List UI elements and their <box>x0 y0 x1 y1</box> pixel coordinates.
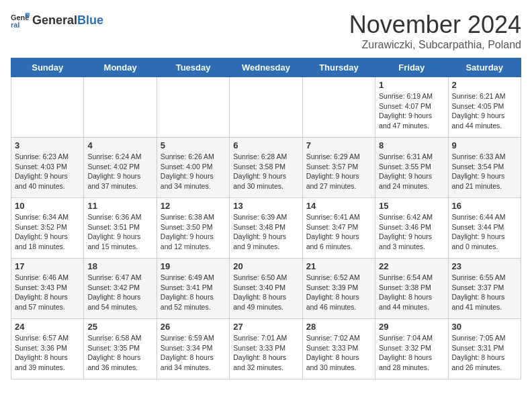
day-info: Sunrise: 6:55 AM Sunset: 3:37 PM Dayligh… <box>452 273 517 312</box>
calendar-cell: 5Sunrise: 6:26 AM Sunset: 4:00 PM Daylig… <box>157 138 229 198</box>
day-info: Sunrise: 6:49 AM Sunset: 3:41 PM Dayligh… <box>161 273 226 312</box>
calendar-cell: 27Sunrise: 7:01 AM Sunset: 3:33 PM Dayli… <box>230 319 302 379</box>
calendar-cell <box>84 77 157 138</box>
day-number: 3 <box>15 140 80 150</box>
calendar-cell: 10Sunrise: 6:34 AM Sunset: 3:52 PM Dayli… <box>11 198 84 259</box>
calendar-cell: 17Sunrise: 6:46 AM Sunset: 3:43 PM Dayli… <box>11 259 84 319</box>
day-number: 16 <box>452 201 517 211</box>
logo-blue: Blue <box>77 13 103 28</box>
day-number: 13 <box>233 201 298 211</box>
day-info: Sunrise: 6:59 AM Sunset: 3:34 PM Dayligh… <box>161 333 226 373</box>
calendar-cell: 30Sunrise: 7:05 AM Sunset: 3:31 PM Dayli… <box>448 319 521 379</box>
calendar-cell: 8Sunrise: 6:31 AM Sunset: 3:55 PM Daylig… <box>375 138 448 198</box>
day-number: 24 <box>15 322 80 332</box>
calendar-cell: 13Sunrise: 6:39 AM Sunset: 3:48 PM Dayli… <box>230 198 302 259</box>
calendar-cell: 19Sunrise: 6:49 AM Sunset: 3:41 PM Dayli… <box>157 259 229 319</box>
day-header-sunday: Sunday <box>11 58 84 77</box>
day-info: Sunrise: 6:46 AM Sunset: 3:43 PM Dayligh… <box>15 273 80 312</box>
calendar-cell: 18Sunrise: 6:47 AM Sunset: 3:42 PM Dayli… <box>84 259 157 319</box>
day-info: Sunrise: 6:34 AM Sunset: 3:52 PM Dayligh… <box>15 212 80 252</box>
title-block: November 2024 Zurawiczki, Subcarpathia, … <box>349 11 521 51</box>
day-header-friday: Friday <box>375 58 448 77</box>
week-row-3: 10Sunrise: 6:34 AM Sunset: 3:52 PM Dayli… <box>11 198 521 259</box>
week-row-2: 3Sunrise: 6:23 AM Sunset: 4:03 PM Daylig… <box>11 138 521 198</box>
day-number: 6 <box>233 140 298 150</box>
day-info: Sunrise: 6:54 AM Sunset: 3:38 PM Dayligh… <box>379 273 444 312</box>
day-info: Sunrise: 6:29 AM Sunset: 3:57 PM Dayligh… <box>306 152 371 191</box>
day-number: 10 <box>15 201 80 211</box>
day-info: Sunrise: 6:44 AM Sunset: 3:44 PM Dayligh… <box>452 212 517 252</box>
day-number: 15 <box>379 201 444 211</box>
day-number: 30 <box>452 322 517 332</box>
day-number: 9 <box>452 140 517 150</box>
day-number: 11 <box>87 201 152 211</box>
calendar-cell: 26Sunrise: 6:59 AM Sunset: 3:34 PM Dayli… <box>157 319 229 379</box>
day-number: 26 <box>161 322 226 332</box>
day-number: 22 <box>379 261 444 271</box>
day-info: Sunrise: 6:41 AM Sunset: 3:47 PM Dayligh… <box>306 212 371 252</box>
calendar-cell: 20Sunrise: 6:50 AM Sunset: 3:40 PM Dayli… <box>230 259 302 319</box>
calendar-cell: 1Sunrise: 6:19 AM Sunset: 4:07 PM Daylig… <box>375 77 448 138</box>
calendar-cell: 4Sunrise: 6:24 AM Sunset: 4:02 PM Daylig… <box>84 138 157 198</box>
day-number: 25 <box>87 322 152 332</box>
day-info: Sunrise: 7:04 AM Sunset: 3:32 PM Dayligh… <box>379 333 444 373</box>
day-number: 29 <box>379 322 444 332</box>
calendar-cell: 23Sunrise: 6:55 AM Sunset: 3:37 PM Dayli… <box>448 259 521 319</box>
calendar-cell: 24Sunrise: 6:57 AM Sunset: 3:36 PM Dayli… <box>11 319 84 379</box>
day-info: Sunrise: 6:33 AM Sunset: 3:54 PM Dayligh… <box>452 152 517 191</box>
day-number: 5 <box>161 140 226 150</box>
calendar-cell: 11Sunrise: 6:36 AM Sunset: 3:51 PM Dayli… <box>84 198 157 259</box>
day-info: Sunrise: 6:19 AM Sunset: 4:07 PM Dayligh… <box>379 91 444 131</box>
day-header-thursday: Thursday <box>302 58 375 77</box>
calendar-cell: 9Sunrise: 6:33 AM Sunset: 3:54 PM Daylig… <box>448 138 521 198</box>
calendar-cell <box>11 77 84 138</box>
day-info: Sunrise: 6:38 AM Sunset: 3:50 PM Dayligh… <box>161 212 226 252</box>
day-info: Sunrise: 6:57 AM Sunset: 3:36 PM Dayligh… <box>15 333 80 373</box>
calendar-cell: 28Sunrise: 7:02 AM Sunset: 3:33 PM Dayli… <box>302 319 375 379</box>
month-title: November 2024 <box>349 11 521 39</box>
logo-icon: Gene ral <box>11 11 30 30</box>
day-number: 14 <box>306 201 371 211</box>
day-info: Sunrise: 6:24 AM Sunset: 4:02 PM Dayligh… <box>87 152 152 191</box>
day-info: Sunrise: 6:31 AM Sunset: 3:55 PM Dayligh… <box>379 152 444 191</box>
day-info: Sunrise: 7:05 AM Sunset: 3:31 PM Dayligh… <box>452 333 517 373</box>
calendar-cell <box>302 77 375 138</box>
day-info: Sunrise: 6:26 AM Sunset: 4:00 PM Dayligh… <box>161 152 226 191</box>
calendar-cell: 21Sunrise: 6:52 AM Sunset: 3:39 PM Dayli… <box>302 259 375 319</box>
calendar-cell: 14Sunrise: 6:41 AM Sunset: 3:47 PM Dayli… <box>302 198 375 259</box>
day-number: 2 <box>452 80 517 90</box>
day-number: 21 <box>306 261 371 271</box>
day-number: 18 <box>87 261 152 271</box>
day-info: Sunrise: 6:58 AM Sunset: 3:35 PM Dayligh… <box>87 333 152 373</box>
day-info: Sunrise: 6:52 AM Sunset: 3:39 PM Dayligh… <box>306 273 371 312</box>
day-header-tuesday: Tuesday <box>157 58 229 77</box>
calendar-cell: 25Sunrise: 6:58 AM Sunset: 3:35 PM Dayli… <box>84 319 157 379</box>
week-row-1: 1Sunrise: 6:19 AM Sunset: 4:07 PM Daylig… <box>11 77 521 138</box>
day-info: Sunrise: 6:28 AM Sunset: 3:58 PM Dayligh… <box>233 152 298 191</box>
calendar-cell <box>230 77 302 138</box>
logo-general: General <box>32 13 77 28</box>
calendar-cell: 15Sunrise: 6:42 AM Sunset: 3:46 PM Dayli… <box>375 198 448 259</box>
day-number: 27 <box>233 322 298 332</box>
day-number: 23 <box>452 261 517 271</box>
day-info: Sunrise: 7:02 AM Sunset: 3:33 PM Dayligh… <box>306 333 371 373</box>
day-number: 7 <box>306 140 371 150</box>
calendar-cell: 16Sunrise: 6:44 AM Sunset: 3:44 PM Dayli… <box>448 198 521 259</box>
location-subtitle: Zurawiczki, Subcarpathia, Poland <box>349 39 521 51</box>
day-info: Sunrise: 6:42 AM Sunset: 3:46 PM Dayligh… <box>379 212 444 252</box>
day-header-wednesday: Wednesday <box>230 58 302 77</box>
calendar-table: SundayMondayTuesdayWednesdayThursdayFrid… <box>11 58 521 379</box>
day-number: 8 <box>379 140 444 150</box>
page-header: Gene ral GeneralBlue November 2024 Zuraw… <box>11 11 521 51</box>
calendar-cell: 12Sunrise: 6:38 AM Sunset: 3:50 PM Dayli… <box>157 198 229 259</box>
calendar-cell: 22Sunrise: 6:54 AM Sunset: 3:38 PM Dayli… <box>375 259 448 319</box>
calendar-header-row: SundayMondayTuesdayWednesdayThursdayFrid… <box>11 58 521 77</box>
calendar-cell: 7Sunrise: 6:29 AM Sunset: 3:57 PM Daylig… <box>302 138 375 198</box>
day-info: Sunrise: 6:21 AM Sunset: 4:05 PM Dayligh… <box>452 91 517 131</box>
day-header-saturday: Saturday <box>448 58 521 77</box>
day-header-monday: Monday <box>84 58 157 77</box>
calendar-cell: 29Sunrise: 7:04 AM Sunset: 3:32 PM Dayli… <box>375 319 448 379</box>
day-number: 20 <box>233 261 298 271</box>
day-info: Sunrise: 7:01 AM Sunset: 3:33 PM Dayligh… <box>233 333 298 373</box>
day-info: Sunrise: 6:47 AM Sunset: 3:42 PM Dayligh… <box>87 273 152 312</box>
